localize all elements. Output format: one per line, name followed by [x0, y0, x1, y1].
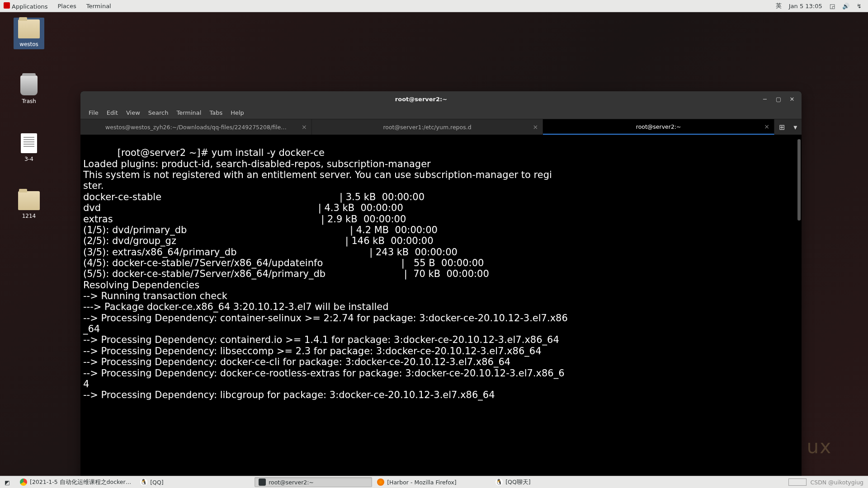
workspace-switcher[interactable]: [788, 479, 807, 486]
maximize-button[interactable]: ▢: [775, 96, 782, 102]
taskbar-item-chrome[interactable]: [2021-1-5 自动化运维课程之docker…: [16, 477, 135, 487]
terminal-tabbar: westos@westos_zyh26:~/Downloads/qq-files…: [80, 119, 802, 135]
taskbar-label: [2021-1-5 自动化运维课程之docker…: [30, 479, 131, 486]
terminal-window: root@server2:~ ─ ▢ ✕ File Edit View Sear…: [80, 91, 802, 480]
menu-terminal[interactable]: Terminal: [173, 108, 205, 118]
input-method-indicator[interactable]: 英: [776, 2, 782, 10]
scrollbar-thumb[interactable]: [797, 139, 801, 221]
watermark-text: CSDN @uikotygiug: [810, 479, 863, 486]
redhat-icon: [4, 2, 10, 9]
desktop-folder-1214[interactable]: 1214: [14, 191, 44, 219]
tab-close-icon[interactable]: ×: [533, 123, 538, 131]
tab-label: westos@westos_zyh26:~/Downloads/qq-files…: [105, 124, 287, 131]
close-button[interactable]: ✕: [789, 96, 795, 102]
document-icon: [21, 133, 37, 153]
firefox-icon: [377, 479, 384, 486]
tab-label: root@server2:~: [636, 123, 681, 130]
icon-label: 1214: [14, 213, 44, 219]
tab-close-icon[interactable]: ×: [302, 123, 307, 131]
folder-icon: [18, 19, 40, 38]
new-tab-button[interactable]: ⊞: [779, 123, 785, 131]
taskbar-label: [Harbor - Mozilla Firefox]: [387, 479, 457, 486]
menu-search[interactable]: Search: [145, 108, 172, 118]
trash-icon: [20, 75, 38, 95]
menu-file[interactable]: File: [85, 108, 102, 118]
show-desktop-button[interactable]: ◩: [0, 477, 15, 487]
desktop-trash[interactable]: Trash: [14, 75, 44, 104]
taskbar-item-qq[interactable]: 🐧 [QQ]: [136, 477, 254, 487]
clock-date[interactable]: Jan 5 13:05: [789, 3, 822, 9]
places-menu[interactable]: Places: [57, 3, 76, 9]
icon-label: westos: [14, 41, 44, 47]
desktop[interactable]: ux westos Trash 3-4 1214 root@server2:~ …: [0, 12, 868, 476]
qq-icon: 🐧: [495, 479, 503, 486]
taskbar-item-terminal[interactable]: root@server2:~: [255, 477, 372, 487]
chrome-icon: [20, 479, 27, 486]
menu-edit[interactable]: Edit: [103, 108, 122, 118]
terminal-menu[interactable]: Terminal: [86, 3, 111, 9]
menu-view[interactable]: View: [123, 108, 144, 118]
terminal-tab-1[interactable]: westos@westos_zyh26:~/Downloads/qq-files…: [80, 119, 312, 135]
taskbar-item-firefox[interactable]: [Harbor - Mozilla Firefox]: [373, 477, 491, 487]
taskbar-label: [QQ]: [150, 479, 163, 486]
desktop-wallpaper-text: ux: [807, 436, 832, 458]
gnome-top-bar: Applications Places Terminal 英 Jan 5 13:…: [0, 0, 868, 12]
desktop-folder-westos[interactable]: westos: [14, 18, 44, 49]
folder-icon: [18, 191, 40, 210]
terminal-tab-3[interactable]: root@server2:~ ×: [543, 119, 774, 135]
volume-icon[interactable]: 🔊: [842, 3, 849, 9]
window-titlebar[interactable]: root@server2:~ ─ ▢ ✕: [80, 91, 802, 107]
qq-icon: 🐧: [140, 479, 147, 486]
taskbar-item-qqchat[interactable]: 🐧 [QQ聊天]: [491, 477, 609, 487]
terminal-menubar: File Edit View Search Terminal Tabs Help: [80, 107, 802, 119]
terminal-output[interactable]: [root@server2 ~]# yum install -y docker-…: [80, 135, 802, 480]
gnome-bottom-panel: ◩ [2021-1-5 自动化运维课程之docker… 🐧 [QQ] root@…: [0, 476, 868, 488]
window-title: root@server2:~: [80, 96, 762, 103]
menu-tabs[interactable]: Tabs: [206, 108, 226, 118]
desktop-file-3-4[interactable]: 3-4: [14, 133, 44, 162]
terminal-text: [root@server2 ~]# yum install -y docker-…: [83, 147, 568, 400]
menu-help[interactable]: Help: [227, 108, 248, 118]
terminal-icon: [259, 479, 266, 486]
applications-menu[interactable]: Applications: [4, 2, 47, 10]
tab-close-icon[interactable]: ×: [764, 123, 769, 130]
tab-label: root@server1:/etc/yum.repos.d: [383, 124, 471, 131]
taskbar-label: [QQ聊天]: [505, 479, 530, 486]
battery-icon[interactable]: ↯: [857, 3, 862, 9]
minimize-button[interactable]: ─: [762, 96, 768, 102]
icon-label: Trash: [14, 98, 44, 104]
icon-label: 3-4: [14, 156, 44, 162]
wifi-icon[interactable]: ◲: [830, 3, 835, 9]
terminal-tab-2[interactable]: root@server1:/etc/yum.repos.d ×: [312, 119, 543, 135]
show-desktop-icon: ◩: [5, 479, 10, 486]
tab-menu-button[interactable]: ▾: [793, 123, 797, 131]
taskbar-label: root@server2:~: [269, 479, 314, 486]
